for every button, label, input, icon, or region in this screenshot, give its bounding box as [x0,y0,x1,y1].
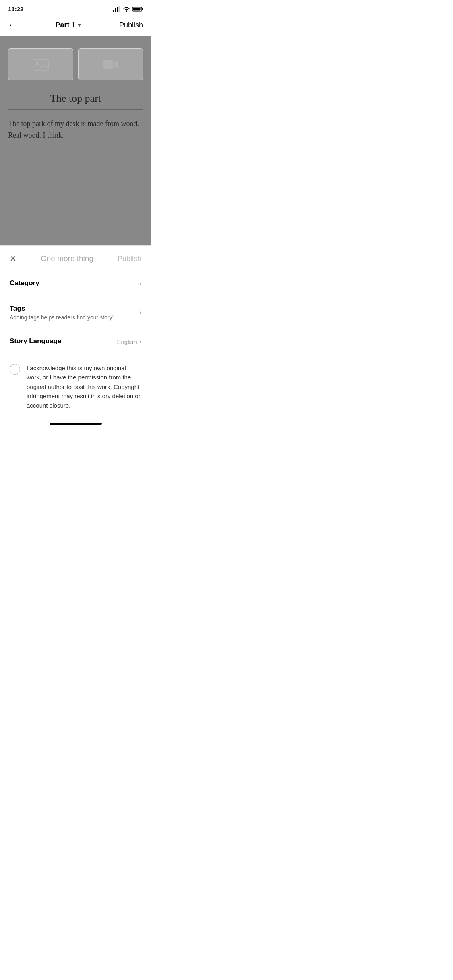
sheet-header: ✕ One more thing Publish [0,246,151,271]
nav-header: ← Part 1 ▾ Publish [0,16,151,36]
category-chevron-icon: › [139,280,141,287]
publish-button-header[interactable]: Publish [119,21,143,29]
video-upload-button[interactable] [78,48,143,80]
story-body[interactable]: The top park of my desk is made from woo… [8,118,143,141]
sheet-publish-button[interactable]: Publish [118,255,141,263]
svg-rect-1 [115,8,116,12]
tags-subtitle: Adding tags helps readers find your stor… [10,314,139,321]
status-icons [113,6,143,12]
svg-rect-9 [103,60,113,69]
bottom-sheet: ✕ One more thing Publish Category › Tags… [0,245,151,418]
tags-row[interactable]: Tags Adding tags helps readers find your… [0,296,151,329]
category-label: Category [10,279,139,287]
svg-rect-0 [113,10,114,12]
tags-chevron-icon: › [139,309,141,316]
wifi-icon [123,6,130,12]
back-button[interactable]: ← [8,20,17,30]
acknowledge-text: I acknowledge this is my own original wo… [27,363,141,410]
home-bar [50,423,102,425]
acknowledge-row[interactable]: I acknowledge this is my own original wo… [0,354,151,418]
sheet-title: One more thing [41,254,93,263]
story-language-value: English [117,338,137,345]
signal-icon [113,6,120,12]
story-language-label: Story Language [10,337,117,345]
sheet-close-button[interactable]: ✕ [10,254,17,264]
nav-title-text: Part 1 [55,21,75,29]
language-chevron-icon: › [139,338,141,345]
battery-icon [132,6,143,12]
svg-rect-3 [119,6,120,12]
category-row[interactable]: Category › [0,271,151,296]
story-language-row[interactable]: Story Language English › [0,329,151,354]
story-divider [8,109,143,110]
status-bar: 11:22 [0,0,151,16]
svg-rect-6 [133,8,141,10]
svg-rect-5 [142,8,143,10]
story-title[interactable]: The top part [8,93,143,105]
nav-title: Part 1 ▾ [55,21,81,29]
media-row [8,48,143,80]
svg-rect-2 [117,7,118,12]
title-chevron-icon[interactable]: ▾ [78,22,81,28]
home-indicator [0,418,151,428]
tags-label: Tags [10,305,139,313]
status-time: 11:22 [8,6,23,12]
image-upload-button[interactable] [8,48,73,80]
editor-area: The top part The top park of my desk is … [0,36,151,245]
acknowledge-radio[interactable] [10,364,20,375]
